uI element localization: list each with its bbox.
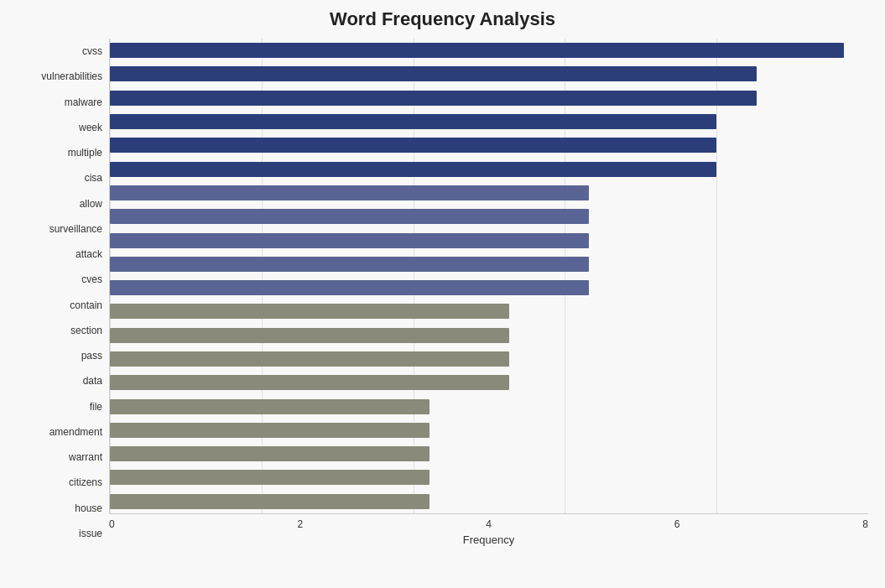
grid-line-2: [414, 39, 565, 513]
bar-citizens: [110, 446, 429, 461]
x-tick-4: 4: [486, 518, 492, 530]
bar-warrant: [110, 423, 429, 438]
bar-pass: [110, 328, 509, 343]
grid-line-3: [565, 39, 716, 513]
y-label-cisa: cisa: [85, 173, 102, 183]
bar-row-surveillance: [110, 207, 868, 226]
bars-inner: [109, 39, 868, 514]
bar-row-cisa: [110, 160, 868, 179]
bar-multiple: [110, 138, 716, 153]
bar-row-allow: [110, 184, 868, 202]
x-tick-0: 0: [109, 518, 115, 530]
bar-row-citizens: [110, 445, 868, 463]
y-label-house: house: [75, 503, 102, 513]
bar-row-file: [110, 373, 868, 392]
bar-row-contain: [110, 278, 868, 297]
bar-file: [110, 375, 509, 390]
grid-line-1: [262, 39, 414, 513]
bar-row-warrant: [110, 421, 868, 440]
grid-line-0: [110, 39, 262, 513]
bar-section: [110, 304, 509, 319]
bar-data: [110, 351, 509, 367]
bar-week: [110, 114, 716, 129]
bar-issue: [110, 494, 429, 509]
bar-amendment: [110, 399, 429, 414]
bar-row-section: [110, 302, 868, 320]
bar-row-amendment: [110, 398, 868, 416]
chart-container: Word Frequency Analysis cvssvulnerabilit…: [0, 0, 885, 588]
y-label-amendment: amendment: [49, 427, 102, 437]
y-label-section: section: [70, 325, 102, 336]
bar-row-cves: [110, 255, 868, 273]
bar-cves: [110, 257, 589, 272]
bar-row-week: [110, 112, 868, 131]
y-labels: cvssvulnerabilitiesmalwareweekmultipleci…: [17, 39, 109, 546]
bar-row-issue: [110, 492, 868, 511]
x-axis-labels: 02468: [109, 514, 868, 530]
bar-row-data: [110, 350, 868, 368]
y-label-vulnerabilities: vulnerabilities: [41, 71, 102, 81]
chart-area: cvssvulnerabilitiesmalwareweekmultipleci…: [17, 39, 868, 546]
bar-attack: [110, 233, 589, 248]
y-label-issue: issue: [79, 528, 102, 539]
y-label-week: week: [79, 122, 102, 133]
y-label-warrant: warrant: [69, 452, 102, 462]
y-label-pass: pass: [81, 351, 102, 361]
chart-title: Word Frequency Analysis: [330, 8, 555, 30]
bar-cisa: [110, 162, 716, 177]
bars-section: [109, 39, 868, 514]
bar-row-vulnerabilities: [110, 65, 868, 83]
x-tick-8: 8: [862, 518, 868, 530]
bar-row-attack: [110, 232, 868, 250]
y-label-cves: cves: [81, 274, 102, 284]
bar-allow: [110, 185, 589, 200]
bar-row-multiple: [110, 136, 868, 154]
x-axis-title: Frequency: [109, 533, 868, 546]
bar-malware: [110, 91, 757, 106]
y-label-data: data: [83, 376, 102, 386]
bar-contain: [110, 280, 589, 295]
grid-line-4: [716, 39, 868, 513]
y-label-malware: malware: [65, 97, 102, 107]
y-label-multiple: multiple: [68, 148, 102, 158]
y-label-allow: allow: [80, 199, 102, 209]
y-label-file: file: [90, 402, 102, 412]
y-label-attack: attack: [75, 249, 102, 259]
bar-house: [110, 470, 429, 485]
x-tick-2: 2: [298, 518, 304, 530]
bar-row-malware: [110, 89, 868, 107]
bar-vulnerabilities: [110, 66, 757, 81]
bar-row-house: [110, 468, 868, 487]
bar-row-pass: [110, 326, 868, 345]
grid-lines: [110, 39, 868, 513]
bar-row-cvss: [110, 41, 868, 60]
y-label-citizens: citizens: [69, 477, 102, 487]
bar-surveillance: [110, 209, 589, 224]
x-tick-6: 6: [674, 518, 680, 530]
y-label-surveillance: surveillance: [49, 224, 102, 234]
y-label-contain: contain: [70, 300, 102, 310]
bar-cvss: [110, 43, 844, 58]
y-label-cvss: cvss: [82, 46, 102, 56]
